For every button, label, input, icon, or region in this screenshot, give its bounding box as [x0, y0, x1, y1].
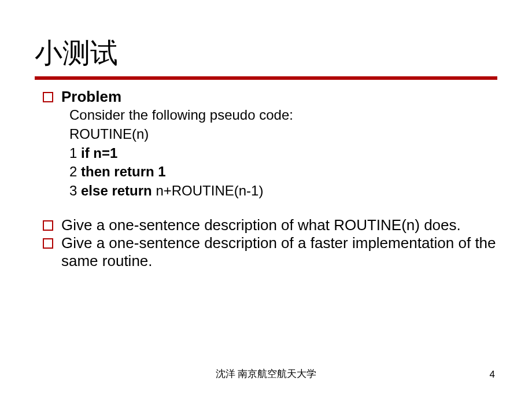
code-line-2: 2 then return 1 — [43, 162, 497, 181]
footer-author: 沈洋 南京航空航天大学 — [0, 367, 532, 380]
slide: 小测试 Problem Consider the following pseud… — [0, 0, 532, 399]
code-line-2-num: 2 — [69, 164, 81, 179]
q2-text: Give a one-sentence description of a fas… — [61, 234, 497, 270]
code-line-3: 3 else return n+ROUTINE(n-1) — [43, 182, 497, 200]
bullet-problem: Problem — [43, 88, 497, 106]
bullet-square-icon — [43, 92, 53, 102]
slide-title: 小测试 — [35, 35, 497, 72]
code-header: ROUTINE(n) — [43, 125, 497, 143]
code-line-1: 1 if n=1 — [43, 144, 497, 162]
problem-intro: Consider the following pseudo code: — [43, 106, 497, 124]
code-line-2-kw: then return 1 — [81, 164, 166, 179]
slide-content: Problem Consider the following pseudo co… — [35, 88, 497, 271]
title-underline — [35, 76, 497, 80]
bullet-square-icon — [43, 220, 53, 231]
spacer — [43, 200, 497, 216]
code-line-3-kw: else return — [81, 183, 152, 198]
bullet-square-icon — [43, 238, 53, 249]
q1-text: Give a one-sentence description of what … — [61, 216, 497, 234]
code-line-3-num: 3 — [69, 183, 81, 198]
bullet-q1: Give a one-sentence description of what … — [43, 216, 497, 234]
code-line-1-kw: if n=1 — [81, 145, 117, 161]
problem-label: Problem — [61, 88, 497, 106]
bullet-q2: Give a one-sentence description of a fas… — [43, 234, 497, 270]
page-number: 4 — [490, 369, 495, 380]
code-line-1-num: 1 — [69, 145, 81, 161]
code-line-3-rest: n+ROUTINE(n-1) — [152, 183, 264, 198]
